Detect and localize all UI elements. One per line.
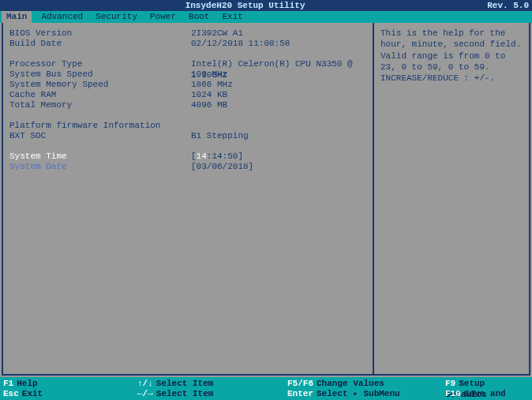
value-processor: Intel(R) Celeron(R) CPU N3350 @ 1.10GHz <box>191 58 366 69</box>
row-processor: Processor Type Intel(R) Celeron(R) CPU N… <box>9 58 366 69</box>
key-f9: F9 <box>445 379 455 388</box>
key-updown-label: Select Item <box>156 379 214 388</box>
label-system-time: System Time <box>9 151 191 161</box>
label-system-date: System Date <box>9 161 191 171</box>
value-system-date[interactable]: [03/06/2018] <box>191 161 366 171</box>
title-bar: InsydeH20 Setup Utility Rev. 5.0 <box>0 0 532 11</box>
key-f5f6: F5/F6 <box>287 379 313 388</box>
row-system-date[interactable]: System Date [03/06/2018] <box>9 161 366 171</box>
time-rest[interactable]: :14:50] <box>207 151 243 161</box>
help-text: This is the help for the hour, minute, s… <box>380 28 523 84</box>
work-area: BIOS Version 2I392CW A1 Build Date 02/12… <box>2 23 530 376</box>
value-cache-ram: 1024 KB <box>191 89 366 99</box>
utility-title: InsydeH20 Setup Utility <box>3 0 487 11</box>
row-build-date: Build Date 02/12/2018 11:08:58 <box>9 38 366 48</box>
row-mem-speed: System Memory Speed 1866 MHz <box>9 79 366 89</box>
key-f1: F1 <box>3 379 13 388</box>
value-build-date: 02/12/2018 11:08:58 <box>191 38 366 48</box>
tab-main[interactable]: Main <box>2 11 32 22</box>
row-cache-ram: Cache RAM 1024 KB <box>9 89 366 99</box>
value-bus-speed: 100 MHz <box>191 69 366 79</box>
key-enter: Enter <box>287 389 313 398</box>
time-hour-field[interactable]: 14 <box>197 151 207 161</box>
key-f1-label: Help <box>17 379 37 388</box>
row-bus-speed: System Bus Speed 100 MHz <box>9 69 366 79</box>
revision: Rev. 5.0 <box>487 0 529 11</box>
key-updown: ↑/↓ <box>137 379 153 388</box>
footer-help-bar: F1Help ↑/↓Select Item F5/F6Change Values… <box>0 377 532 400</box>
key-f10: F10 <box>445 389 461 398</box>
label-bxt-soc: BXT SOC <box>9 130 191 140</box>
value-bios-version: 2I392CW A1 <box>191 28 366 38</box>
bios-screen: InsydeH20 Setup Utility Rev. 5.0 Main Ad… <box>0 0 532 400</box>
main-pane: BIOS Version 2I392CW A1 Build Date 02/12… <box>3 23 374 374</box>
row-platform-fw: Platform firmware Information <box>9 120 366 130</box>
key-enter-label: Select ▸ SubMenu <box>317 389 400 398</box>
help-pane: This is the help for the hour, minute, s… <box>374 23 529 374</box>
label-platform-fw: Platform firmware Information <box>9 120 160 130</box>
time-open-bracket: [ <box>191 151 197 161</box>
row-system-time[interactable]: System Time [14:14:50] <box>9 151 366 161</box>
tab-exit[interactable]: Exit <box>219 11 245 22</box>
row-bios-version: BIOS Version 2I392CW A1 <box>9 28 366 38</box>
key-esc: Esc <box>3 389 19 398</box>
label-cache-ram: Cache RAM <box>9 89 191 99</box>
key-leftright: ←/→ <box>137 389 153 398</box>
value-bxt-soc: B1 Stepping <box>191 130 366 140</box>
tab-power[interactable]: Power <box>147 11 179 22</box>
key-leftright-label: Select Item <box>156 389 214 398</box>
value-system-time[interactable]: [14:14:50] <box>191 151 366 161</box>
key-f5f6-label: Change Values <box>317 379 384 388</box>
value-mem-speed: 1866 MHz <box>191 79 366 89</box>
label-processor: Processor Type <box>9 58 191 69</box>
value-total-memory: 4096 MB <box>191 99 366 110</box>
label-bios-version: BIOS Version <box>9 28 191 38</box>
label-total-memory: Total Memory <box>9 99 191 110</box>
menu-bar: Main Advanced Security Power Boot Exit <box>0 11 532 23</box>
label-build-date: Build Date <box>9 38 191 48</box>
tab-advanced[interactable]: Advanced <box>38 11 86 22</box>
row-total-memory: Total Memory 4096 MB <box>9 99 366 110</box>
row-bxt-soc: BXT SOC B1 Stepping <box>9 130 366 140</box>
label-mem-speed: System Memory Speed <box>9 79 191 89</box>
tab-boot[interactable]: Boot <box>185 11 212 22</box>
label-bus-speed: System Bus Speed <box>9 69 191 79</box>
tab-security[interactable]: Security <box>92 11 140 22</box>
key-esc-label: Exit <box>22 389 43 398</box>
